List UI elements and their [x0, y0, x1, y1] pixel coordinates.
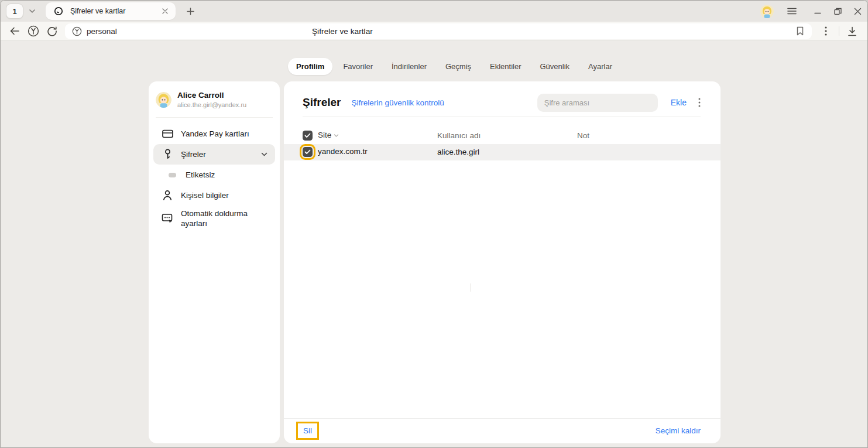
- browser-profile-avatar[interactable]: [760, 5, 774, 18]
- profile-text: Alice Carroll alice.the.girl@yandex.ru: [177, 91, 246, 109]
- profile-email: alice.the.girl@yandex.ru: [177, 101, 246, 109]
- sidebar-item-untagged[interactable]: Etiketsiz: [153, 165, 275, 185]
- row-checkbox[interactable]: [303, 147, 313, 157]
- window-restore-button[interactable]: [828, 4, 848, 19]
- address-bar-page-title: Şifreler ve kartlar: [312, 23, 373, 39]
- panel-more-dots-icon[interactable]: [698, 98, 701, 107]
- sidebar-item-yandex-pay-cards[interactable]: Yandex Pay kartları: [153, 124, 275, 144]
- window-close-button[interactable]: [848, 4, 867, 19]
- sidebar-item-personal-info[interactable]: Kişisel bilgiler: [153, 185, 275, 206]
- tab-counter-button[interactable]: 1: [6, 4, 23, 19]
- table-header-row: Site Kullanıcı adı Not: [284, 128, 721, 144]
- passwords-header: Şifreler Şifrelerin güvenlik kontrolü Ek…: [303, 93, 701, 112]
- password-table-row[interactable]: yandex.com.tr alice.the.girl: [284, 144, 721, 160]
- column-header-note[interactable]: Not: [577, 131, 589, 140]
- footer-divider: [284, 418, 721, 419]
- card-icon: [162, 129, 173, 138]
- browser-toolbar: personal Şifreler ve kartlar: [1, 22, 867, 41]
- browser-window: 1 Şifreler ve kartlar: [0, 0, 868, 448]
- sidebar-item-label: Otomatik doldurma ayarları: [181, 206, 263, 231]
- key-icon: [162, 149, 173, 160]
- select-all-checkbox[interactable]: [303, 131, 313, 141]
- sidebar-item-label: Şifreler: [181, 150, 206, 159]
- downloads-button[interactable]: [843, 23, 862, 39]
- profile-avatar-girl-icon: [156, 92, 171, 108]
- url-text: personal: [87, 27, 117, 36]
- row-username: alice.the.girl: [437, 148, 479, 156]
- add-password-button[interactable]: Ekle: [671, 98, 687, 107]
- sidebar-item-label: Yandex Pay kartları: [181, 129, 249, 138]
- security-check-link[interactable]: Şifrelerin güvenlik kontrolü: [351, 98, 444, 107]
- column-header-site[interactable]: Site: [318, 131, 339, 139]
- checkbox-checked-icon: [303, 131, 313, 141]
- browser-menu-hamburger-icon[interactable]: [782, 4, 802, 19]
- toolbar-right-group: [816, 23, 862, 39]
- toolbar-divider: [839, 26, 839, 36]
- tab-strip: 1 Şifreler ve kartlar: [1, 1, 867, 22]
- address-bar[interactable]: personal Şifreler ve kartlar: [65, 23, 812, 39]
- tab-indirilenler[interactable]: İndirilenler: [383, 58, 435, 75]
- profile-name: Alice Carroll: [177, 91, 246, 101]
- checkbox-checked-icon-highlighted: [303, 147, 313, 157]
- window-minimize-button[interactable]: [808, 4, 828, 19]
- sidebar-item-label: Kişisel bilgiler: [181, 191, 229, 200]
- tab-guvenlik[interactable]: Güvenlik: [532, 58, 578, 75]
- header-divider: [303, 117, 701, 117]
- profile-card[interactable]: Alice Carroll alice.the.girl@yandex.ru: [149, 81, 280, 116]
- sidebar-panel: Alice Carroll alice.the.girl@yandex.ru Y…: [149, 81, 280, 443]
- tab-favicon-smiley-icon: [54, 6, 63, 16]
- text-cursor: [471, 283, 471, 292]
- tab-title: Şifreler ve kartlar: [70, 7, 160, 15]
- column-header-username[interactable]: Kullanıcı adı: [437, 131, 481, 140]
- settings-page: Profilim Favoriler İndirilenler Geçmiş E…: [1, 42, 868, 448]
- tab-counter-value: 1: [12, 7, 16, 16]
- tab-list-chevron-down-icon[interactable]: [28, 7, 36, 15]
- active-browser-tab[interactable]: Şifreler ve kartlar: [46, 2, 176, 20]
- address-bar-site-group: personal: [72, 26, 117, 36]
- tab-close-icon[interactable]: [160, 6, 170, 16]
- settings-nav-tabs: Profilim Favoriler İndirilenler Geçmiş E…: [288, 58, 623, 75]
- row-site: yandex.com.tr: [318, 147, 368, 156]
- sort-chevron-down-icon: [334, 133, 339, 138]
- toolbar-more-dots-icon[interactable]: [816, 23, 835, 39]
- tab-profilim[interactable]: Profilim: [288, 58, 332, 75]
- avatar-girl-icon: [760, 5, 774, 18]
- sidebar-item-passwords[interactable]: Şifreler: [153, 144, 275, 165]
- tab-ayarlar[interactable]: Ayarlar: [580, 58, 620, 75]
- passwords-panel: Şifreler Şifrelerin güvenlik kontrolü Ek…: [284, 81, 721, 443]
- new-tab-button[interactable]: [183, 4, 198, 19]
- panel-title: Şifreler: [303, 96, 341, 109]
- delete-button[interactable]: Sil: [298, 423, 317, 438]
- person-icon: [162, 190, 173, 201]
- refresh-button[interactable]: [43, 23, 61, 39]
- sidebar-item-autofill-settings[interactable]: Otomatik doldurma ayarları: [153, 206, 275, 231]
- bookmark-icon[interactable]: [795, 26, 805, 36]
- clear-selection-button[interactable]: Seçimi kaldır: [656, 426, 701, 435]
- tab-gecmis[interactable]: Geçmiş: [437, 58, 479, 75]
- tag-icon: [166, 173, 178, 177]
- autofill-icon: [162, 213, 173, 224]
- yandex-site-icon: [72, 26, 82, 36]
- sidebar-item-label: Etiketsiz: [186, 170, 215, 179]
- yandex-home-button[interactable]: [24, 23, 43, 39]
- sidebar-divider: [156, 117, 273, 118]
- tab-eklentiler[interactable]: Eklentiler: [482, 58, 529, 75]
- back-button[interactable]: [5, 23, 24, 39]
- tab-favoriler[interactable]: Favoriler: [335, 58, 381, 75]
- chevron-down-icon[interactable]: [260, 151, 268, 158]
- password-search-input[interactable]: [537, 94, 658, 112]
